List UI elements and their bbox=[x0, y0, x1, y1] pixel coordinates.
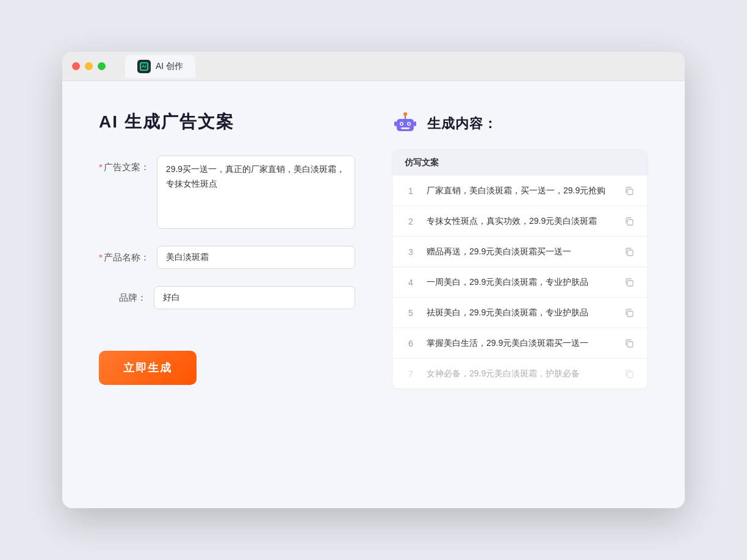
table-row: 3赠品再送，29.9元美白淡斑霜买一送一 bbox=[392, 237, 648, 267]
minimize-button[interactable] bbox=[85, 62, 93, 70]
ad-text-label: *广告文案： bbox=[99, 156, 157, 173]
results-container: 1厂家直销，美白淡斑霜，买一送一，29.9元抢购2专抹女性斑点，真实功效，29.… bbox=[392, 176, 648, 389]
table-row: 7女神必备，29.9元美白淡斑霜，护肤必备 bbox=[392, 359, 648, 389]
row-number: 5 bbox=[405, 308, 417, 318]
copy-icon[interactable] bbox=[623, 337, 635, 350]
ai-tab[interactable]: AI AI 创作 bbox=[125, 55, 195, 78]
maximize-button[interactable] bbox=[98, 62, 106, 70]
product-name-group: *产品名称： bbox=[99, 246, 355, 269]
svg-rect-10 bbox=[627, 189, 633, 195]
brand-input[interactable] bbox=[154, 286, 355, 309]
svg-rect-11 bbox=[627, 220, 633, 225]
row-number: 7 bbox=[405, 369, 417, 379]
product-name-label: *产品名称： bbox=[99, 246, 157, 264]
svg-rect-12 bbox=[627, 250, 633, 256]
svg-rect-9 bbox=[414, 121, 416, 126]
page-title: AI 生成广告文案 bbox=[99, 110, 355, 134]
browser-window: AI AI 创作 AI 生成广告文案 *广告文案： *产品名称： bbox=[62, 52, 685, 508]
copy-icon[interactable] bbox=[623, 215, 635, 228]
svg-rect-15 bbox=[627, 342, 633, 347]
row-number: 1 bbox=[405, 186, 417, 196]
copy-icon[interactable] bbox=[623, 368, 635, 380]
right-panel: 生成内容： 仿写文案 1厂家直销，美白淡斑霜，买一送一，29.9元抢购2专抹女性… bbox=[392, 110, 648, 479]
generate-button[interactable]: 立即生成 bbox=[99, 351, 197, 385]
traffic-lights bbox=[72, 62, 106, 70]
copy-icon[interactable] bbox=[623, 307, 635, 319]
ad-text-input[interactable] bbox=[157, 156, 355, 229]
svg-point-7 bbox=[403, 112, 407, 116]
table-row: 2专抹女性斑点，真实功效，29.9元美白淡斑霜 bbox=[392, 206, 648, 237]
brand-label: 品牌： bbox=[99, 286, 154, 304]
table-row: 4一周美白，29.9元美白淡斑霜，专业护肤品 bbox=[392, 267, 648, 298]
row-number: 3 bbox=[405, 247, 417, 257]
table-row: 1厂家直销，美白淡斑霜，买一送一，29.9元抢购 bbox=[392, 176, 648, 206]
product-name-input[interactable] bbox=[157, 246, 355, 269]
row-number: 2 bbox=[405, 217, 417, 226]
close-button[interactable] bbox=[72, 62, 80, 70]
svg-rect-16 bbox=[627, 372, 633, 378]
brand-group: 品牌： bbox=[99, 286, 355, 309]
table-header: 仿写文案 bbox=[392, 150, 648, 176]
row-number: 6 bbox=[405, 339, 417, 348]
svg-rect-14 bbox=[627, 311, 633, 317]
product-name-required-star: * bbox=[99, 252, 103, 262]
row-text: 掌握美白生活，29.9元美白淡斑霜买一送一 bbox=[427, 337, 613, 350]
svg-point-4 bbox=[408, 123, 410, 125]
tab-label: AI 创作 bbox=[156, 61, 183, 72]
ad-text-group: *广告文案： bbox=[99, 156, 355, 229]
svg-point-3 bbox=[401, 123, 403, 125]
row-text: 赠品再送，29.9元美白淡斑霜买一送一 bbox=[427, 245, 613, 258]
row-text: 女神必备，29.9元美白淡斑霜，护肤必备 bbox=[427, 367, 613, 380]
table-row: 6掌握美白生活，29.9元美白淡斑霜买一送一 bbox=[392, 328, 648, 359]
row-number: 4 bbox=[405, 278, 417, 287]
copy-icon[interactable] bbox=[623, 276, 635, 289]
row-text: 一周美白，29.9元美白淡斑霜，专业护肤品 bbox=[427, 276, 613, 289]
ad-text-required-star: * bbox=[99, 162, 103, 172]
result-header: 生成内容： bbox=[392, 110, 648, 137]
svg-rect-13 bbox=[627, 281, 633, 286]
row-text: 祛斑美白，29.9元美白淡斑霜，专业护肤品 bbox=[427, 306, 613, 319]
title-bar: AI AI 创作 bbox=[62, 52, 685, 81]
results-table: 仿写文案 1厂家直销，美白淡斑霜，买一送一，29.9元抢购2专抹女性斑点，真实功… bbox=[392, 149, 648, 389]
robot-icon bbox=[392, 110, 419, 137]
copy-icon[interactable] bbox=[623, 185, 635, 197]
table-row: 5祛斑美白，29.9元美白淡斑霜，专业护肤品 bbox=[392, 298, 648, 328]
left-panel: AI 生成广告文案 *广告文案： *产品名称： 品牌： 立 bbox=[99, 110, 355, 479]
row-text: 厂家直销，美白淡斑霜，买一送一，29.9元抢购 bbox=[427, 184, 613, 197]
tab-ai-icon: AI bbox=[137, 60, 151, 73]
copy-icon[interactable] bbox=[623, 246, 635, 258]
svg-rect-0 bbox=[397, 119, 414, 131]
result-title: 生成内容： bbox=[427, 115, 497, 133]
svg-rect-5 bbox=[401, 127, 410, 129]
ai-inner-icon: AI bbox=[140, 62, 148, 71]
row-text: 专抹女性斑点，真实功效，29.9元美白淡斑霜 bbox=[427, 215, 613, 228]
main-content: AI 生成广告文案 *广告文案： *产品名称： 品牌： 立 bbox=[62, 81, 685, 508]
svg-rect-8 bbox=[394, 121, 397, 126]
